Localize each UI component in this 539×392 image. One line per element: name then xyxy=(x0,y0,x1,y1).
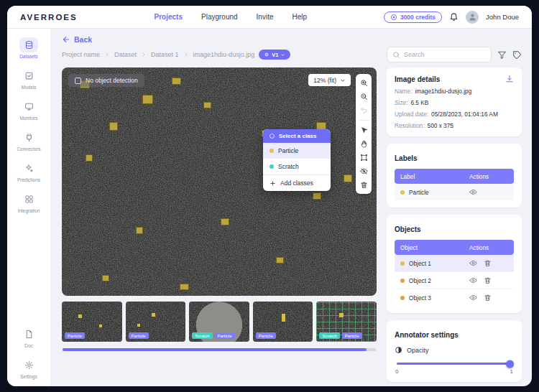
scratch-color-dot xyxy=(270,164,274,169)
annotation-box[interactable] xyxy=(142,95,153,104)
pan-tool-button[interactable] xyxy=(360,140,368,148)
delete-object-button[interactable] xyxy=(484,259,492,267)
class-option-label: Scratch xyxy=(278,163,299,170)
thumbnail-3[interactable]: Scratch Particle xyxy=(189,302,249,342)
object-color-dot xyxy=(400,296,405,300)
annotation-box[interactable] xyxy=(172,78,180,85)
label-badge: Particle xyxy=(256,332,276,339)
thumbnail-5[interactable]: Scratch Particle xyxy=(316,302,377,342)
content-area: Back Project name Dataset Dataset 1 imag… xyxy=(50,29,532,386)
thumbnail-4[interactable]: Particle xyxy=(253,302,313,342)
annotation-box[interactable] xyxy=(203,102,211,109)
back-arrow-icon xyxy=(62,35,70,44)
hide-annotations-button[interactable] xyxy=(360,167,368,175)
opacity-slider[interactable] xyxy=(397,363,512,365)
download-icon[interactable] xyxy=(505,75,514,83)
nav-help[interactable]: Help xyxy=(292,13,308,21)
annotation-box[interactable] xyxy=(313,192,321,200)
label-badge: Particle xyxy=(129,332,149,339)
toggle-visibility-button[interactable] xyxy=(469,259,477,267)
nav-projects[interactable]: Projects xyxy=(155,13,183,21)
breadcrumb-image[interactable]: image1hdiu-dusjo.jpg xyxy=(193,51,255,58)
version-label: V1 xyxy=(272,52,278,58)
sidebar-item-settings[interactable]: Settings xyxy=(19,358,38,379)
filmstrip: Particle Particle xyxy=(62,302,377,342)
object-row-3[interactable]: Object 3 xyxy=(395,289,514,306)
zoom-out-button[interactable] xyxy=(360,93,368,101)
select-tool-button[interactable] xyxy=(360,126,368,134)
tag-icon[interactable] xyxy=(512,50,522,60)
sidebar-item-datasets[interactable]: Datasets xyxy=(19,37,38,59)
thumbnail-1[interactable]: Particle xyxy=(62,302,122,342)
slider-knob[interactable] xyxy=(506,360,514,368)
annotation-box[interactable] xyxy=(276,257,284,264)
annotation-box[interactable] xyxy=(344,174,352,182)
annotation-box[interactable] xyxy=(86,154,93,162)
object-row-1[interactable]: Object 1 xyxy=(395,255,514,272)
toggle-visibility-button[interactable] xyxy=(469,294,477,302)
right-panel: Image details Name: image1hdiu-dusjo.jpg… xyxy=(387,67,522,386)
label-badge: Scratch xyxy=(319,332,339,339)
user-name[interactable]: John Doue xyxy=(486,13,519,21)
back-button[interactable]: Back xyxy=(62,35,522,44)
zoom-in-button[interactable] xyxy=(360,79,368,87)
annotation-box[interactable] xyxy=(180,284,188,290)
sidebar-item-models[interactable]: Models xyxy=(19,68,38,90)
bell-icon[interactable] xyxy=(449,12,459,22)
sidebar-item-doc[interactable]: Doc xyxy=(19,327,38,348)
delete-object-button[interactable] xyxy=(484,276,492,284)
toggle-visibility-button[interactable] xyxy=(469,188,477,196)
object-row-2[interactable]: Object 2 xyxy=(395,272,514,289)
opacity-row: Opacity xyxy=(395,346,514,354)
sidebar: Datasets Models Monitors Connectors Pred… xyxy=(7,29,50,386)
breadcrumb-dataset1[interactable]: Dataset 1 xyxy=(151,51,179,58)
slider-range: 0 1 xyxy=(395,368,514,375)
nav-playground[interactable]: Playground xyxy=(201,13,238,21)
annotation-box[interactable] xyxy=(136,227,143,234)
objects-title: Objects xyxy=(395,225,421,233)
search-input[interactable] xyxy=(404,51,486,58)
credits-badge[interactable]: 3000 credits xyxy=(384,11,442,23)
app-logo: AVERROES xyxy=(20,13,78,22)
breadcrumb-dataset[interactable]: Dataset xyxy=(114,51,137,58)
breadcrumb-project[interactable]: Project name xyxy=(62,51,100,58)
filter-icon[interactable] xyxy=(497,50,507,60)
zoom-level-dropdown[interactable]: 12% (fit) xyxy=(308,74,351,86)
class-option-particle[interactable]: Particle xyxy=(263,143,331,159)
avatar[interactable] xyxy=(466,11,479,24)
label-badge: Particle xyxy=(65,332,85,339)
sidebar-item-monitors[interactable]: Monitors xyxy=(19,99,38,121)
image-details-card: Image details Name: image1hdiu-dusjo.jpg… xyxy=(387,67,522,136)
annotation-box[interactable] xyxy=(109,122,118,131)
undo-icon xyxy=(360,106,368,114)
annotation-box[interactable] xyxy=(102,275,109,282)
delete-annotation-button[interactable] xyxy=(360,181,368,189)
sidebar-item-predictions[interactable]: Predictions xyxy=(17,161,40,182)
sidebar-item-connectors[interactable]: Connectors xyxy=(17,130,40,151)
version-icon xyxy=(264,52,270,57)
undo-button[interactable] xyxy=(360,106,368,114)
thumbnail-2[interactable]: Particle xyxy=(126,302,186,342)
class-option-scratch[interactable]: Scratch xyxy=(263,159,331,174)
label-row-particle[interactable]: Particle xyxy=(395,184,514,200)
bbox-tool-button[interactable] xyxy=(360,154,368,162)
add-classes-button[interactable]: Add classes xyxy=(263,174,331,191)
sidebar-item-integration[interactable]: Integration xyxy=(18,192,40,213)
chevron-down-icon xyxy=(340,78,346,83)
toggle-visibility-button[interactable] xyxy=(469,276,477,284)
annotation-canvas[interactable]: No object detection 12% (fit) xyxy=(62,67,377,296)
annotator-settings-title: Annotator settings xyxy=(395,331,459,339)
scrollbar-thumb[interactable] xyxy=(63,348,367,351)
credits-label: 3000 credits xyxy=(400,14,436,21)
labels-title: Labels xyxy=(395,154,418,162)
version-badge[interactable]: V1 xyxy=(259,50,290,60)
top-bar: AVERROES Projects Playground Invite Help… xyxy=(7,6,532,29)
delete-object-button[interactable] xyxy=(484,294,492,302)
zoom-level-label: 12% (fit) xyxy=(313,77,336,84)
nav-invite[interactable]: Invite xyxy=(257,13,274,21)
annotation-box[interactable] xyxy=(221,218,229,225)
no-object-detection-toggle[interactable]: No object detection xyxy=(68,74,144,87)
predictions-icon xyxy=(24,164,34,173)
add-classes-label: Add classes xyxy=(280,179,313,187)
chevron-down-icon xyxy=(280,52,285,57)
